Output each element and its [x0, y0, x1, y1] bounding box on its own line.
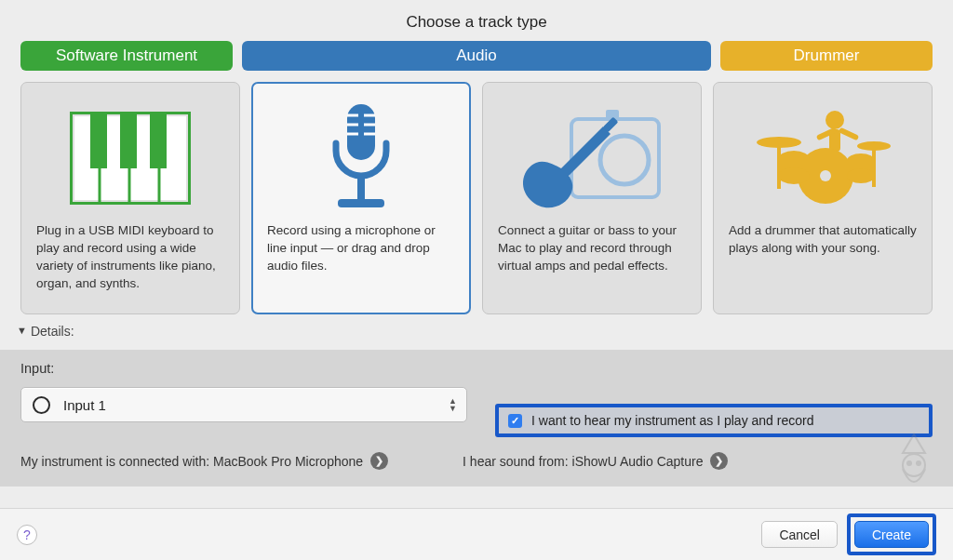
tab-audio[interactable]: Audio: [242, 41, 711, 71]
card-software-desc: Plug in a USB MIDI keyboard to play and …: [36, 222, 224, 293]
input-value: Input 1: [63, 397, 106, 413]
card-audio-guitar[interactable]: Connect a guitar or bass to your Mac to …: [482, 82, 702, 314]
svg-point-38: [907, 461, 911, 465]
card-software-instrument[interactable]: Plug in a USB MIDI keyboard to play and …: [20, 82, 240, 314]
disclosure-triangle-icon: ▼: [17, 325, 27, 336]
create-button-highlight: Create: [847, 513, 936, 555]
help-button[interactable]: ?: [17, 525, 37, 545]
svg-rect-16: [338, 199, 384, 207]
svg-rect-6: [120, 114, 137, 168]
svg-point-21: [825, 111, 844, 129]
connection-detail-button[interactable]: ❯: [370, 452, 388, 470]
output-device-row: I hear sound from: iShowU Audio Capture …: [463, 452, 728, 470]
svg-rect-24: [839, 127, 859, 141]
details-disclosure[interactable]: ▼ Details:: [0, 318, 953, 340]
details-panel: Input: Input 1 ▲▼ ✓ I want to hear my in…: [0, 350, 953, 487]
card-drummer-desc: Add a drummer that automatically plays a…: [729, 222, 917, 258]
svg-rect-15: [357, 177, 365, 199]
piano-keys-icon: [36, 98, 224, 219]
output-device: iShowU Audio Capture: [572, 454, 704, 469]
svg-rect-7: [150, 114, 167, 168]
svg-point-33: [778, 167, 810, 184]
card-drummer[interactable]: Add a drummer that automatically plays a…: [713, 82, 933, 314]
input-label: Input:: [20, 361, 467, 376]
monitor-checkbox-highlight: ✓ I want to hear my instrument as I play…: [495, 404, 933, 437]
details-label: Details:: [31, 324, 74, 339]
tab-software-instrument[interactable]: Software Instrument: [20, 41, 233, 71]
cancel-button[interactable]: Cancel: [761, 521, 838, 548]
svg-point-36: [847, 168, 875, 183]
connected-device: MacBook Pro Microphone: [213, 454, 363, 469]
create-button[interactable]: Create: [854, 521, 929, 548]
microphone-icon: [267, 98, 455, 219]
card-audio-mic[interactable]: Record using a microphone or line input …: [251, 82, 471, 314]
svg-rect-8: [347, 104, 375, 160]
svg-rect-5: [90, 114, 107, 168]
monitor-checkbox[interactable]: ✓: [508, 414, 522, 428]
tab-drummer[interactable]: Drummer: [720, 41, 933, 71]
drummer-icon: [729, 98, 917, 219]
dialog-footer: ? Cancel Create: [0, 508, 953, 560]
track-type-tabs: Software Instrument Audio Drummer: [0, 41, 953, 71]
instrument-connection-row: My instrument is connected with: MacBook…: [20, 452, 388, 470]
wizard-watermark-icon: [886, 430, 942, 495]
dialog-title: Choose a track type: [0, 0, 953, 41]
track-type-cards: Plug in a USB MIDI keyboard to play and …: [0, 71, 953, 318]
svg-point-18: [600, 136, 649, 184]
card-mic-desc: Record using a microphone or line input …: [267, 222, 455, 275]
card-guitar-desc: Connect a guitar or bass to your Mac to …: [498, 222, 686, 275]
guitar-amp-icon: [498, 98, 686, 219]
input-select[interactable]: Input 1 ▲▼: [20, 387, 467, 422]
monitor-label: I want to hear my instrument as I play a…: [531, 413, 813, 428]
new-track-dialog: Choose a track type Software Instrument …: [0, 0, 953, 560]
svg-point-39: [917, 461, 920, 465]
svg-point-37: [903, 454, 925, 476]
output-detail-button[interactable]: ❯: [710, 452, 728, 470]
stepper-icon: ▲▼: [449, 397, 457, 412]
input-channel-icon: [33, 396, 50, 414]
